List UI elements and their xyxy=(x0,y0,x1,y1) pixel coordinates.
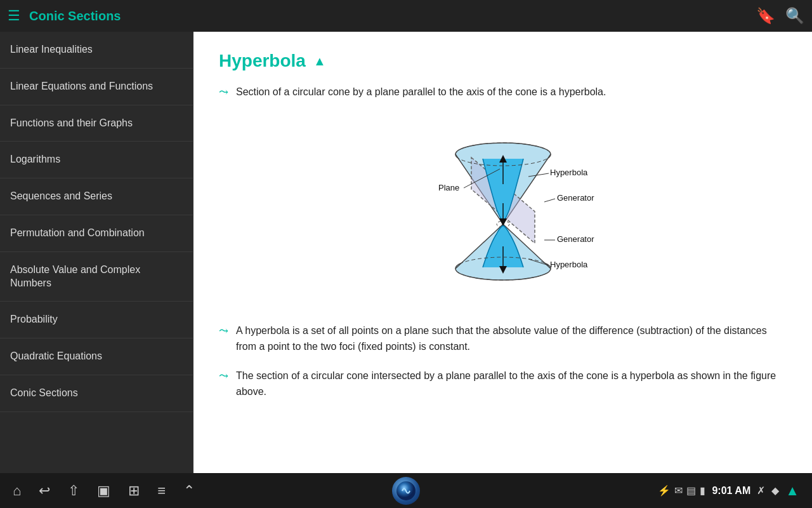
svg-text:Hyperbola: Hyperbola xyxy=(550,168,588,177)
hamburger-icon[interactable]: ☰ xyxy=(8,8,20,24)
sidebar-item-sequences-series[interactable]: Sequences and Series xyxy=(0,178,193,215)
bluetooth-icon: ✗ xyxy=(757,485,765,497)
top-bar: ☰ Conic Sections 🔖 🔍 xyxy=(0,0,812,32)
windows-icon[interactable]: ▣ xyxy=(97,483,110,499)
app-logo[interactable] xyxy=(392,477,420,505)
bottom-right: ⚡ ✉ ▤ ▮ 9:01 AM ✗ ◆ ▲ xyxy=(658,483,799,499)
bullet-text-3: The section of a circular cone intersect… xyxy=(236,368,787,400)
svg-text:Hyperbola: Hyperbola xyxy=(550,260,588,269)
sidebar-item-conic-sections[interactable]: Conic Sections xyxy=(0,375,193,412)
svg-text:Plane: Plane xyxy=(438,183,459,192)
content-title-row: Hyperbola ▲ xyxy=(219,51,787,71)
bookmark-icon[interactable]: 🔖 xyxy=(756,7,775,25)
bullet-2: ⤳ A hyperbola is a set of all points on … xyxy=(219,323,787,355)
home-icon[interactable]: ⌂ xyxy=(13,483,21,499)
content-panel: Hyperbola ▲ ⤳ Section of a circular cone… xyxy=(193,32,812,473)
sidebar-item-quadratic-equations[interactable]: Quadratic Equations xyxy=(0,338,193,375)
bottom-center-logo xyxy=(392,477,420,505)
sidebar-item-absolute-value[interactable]: Absolute Value and Complex Numbers xyxy=(0,252,193,302)
bullet-icon-2: ⤳ xyxy=(219,324,228,338)
grid-icon[interactable]: ⊞ xyxy=(128,483,140,499)
chevron-up-icon[interactable]: ⌃ xyxy=(183,483,195,499)
menu-icon[interactable]: ≡ xyxy=(157,483,166,499)
sidebar-item-permutation-combination[interactable]: Permutation and Combination xyxy=(0,215,193,252)
bottom-bar: ⌂ ↩ ⇧ ▣ ⊞ ≡ ⌃ ⚡ ✉ xyxy=(0,473,812,508)
back-icon[interactable]: ↩ xyxy=(39,483,50,499)
sidebar: Linear Inequalities Linear Equations and… xyxy=(0,32,193,473)
main-area: Linear Inequalities Linear Equations and… xyxy=(0,32,812,473)
sidebar-item-functions-graphs[interactable]: Functions and their Graphs xyxy=(0,105,193,142)
content-title: Hyperbola xyxy=(219,51,306,71)
hyperbola-diagram: Hyperbola Plane Generator Generator Hype… xyxy=(219,113,787,310)
scroll-to-top-button[interactable]: ▲ xyxy=(785,483,799,499)
sidebar-item-linear-inequalities[interactable]: Linear Inequalities xyxy=(0,32,193,69)
bullet-icon-1: ⤳ xyxy=(219,85,228,99)
bullet-icon-3: ⤳ xyxy=(219,369,228,383)
email-icon: ✉ xyxy=(674,485,683,497)
app-title: Conic Sections xyxy=(29,9,756,23)
up-icon[interactable]: ⇧ xyxy=(68,483,79,499)
top-icons: 🔖 🔍 xyxy=(756,7,804,25)
bullet-text-1: Section of a circular cone by a plane pa… xyxy=(236,84,606,100)
bullet-text-2: A hyperbola is a set of all points on a … xyxy=(236,323,787,355)
search-icon[interactable]: 🔍 xyxy=(785,7,804,25)
bottom-left-icons: ⌂ ↩ ⇧ ▣ ⊞ ≡ ⌃ xyxy=(13,483,195,499)
svg-text:Generator: Generator xyxy=(557,234,594,244)
bullet-3: ⤳ The section of a circular cone interse… xyxy=(219,368,787,400)
signal-icon: ▤ xyxy=(686,485,696,497)
svg-text:Generator: Generator xyxy=(557,193,594,203)
sidebar-item-probability[interactable]: Probability xyxy=(0,302,193,338)
scroll-up-button[interactable]: ▲ xyxy=(313,54,326,69)
bullet-1: ⤳ Section of a circular cone by a plane … xyxy=(219,84,787,100)
sidebar-item-linear-equations[interactable]: Linear Equations and Functions xyxy=(0,69,193,105)
sidebar-item-logarithms[interactable]: Logarithms xyxy=(0,142,193,178)
battery-icon: ▮ xyxy=(700,485,705,497)
status-icons: ⚡ ✉ ▤ ▮ xyxy=(658,485,705,497)
usb-icon: ⚡ xyxy=(658,485,671,497)
status-time: 9:01 AM xyxy=(712,485,750,497)
wifi-icon: ◆ xyxy=(771,485,779,497)
svg-line-13 xyxy=(544,199,555,202)
